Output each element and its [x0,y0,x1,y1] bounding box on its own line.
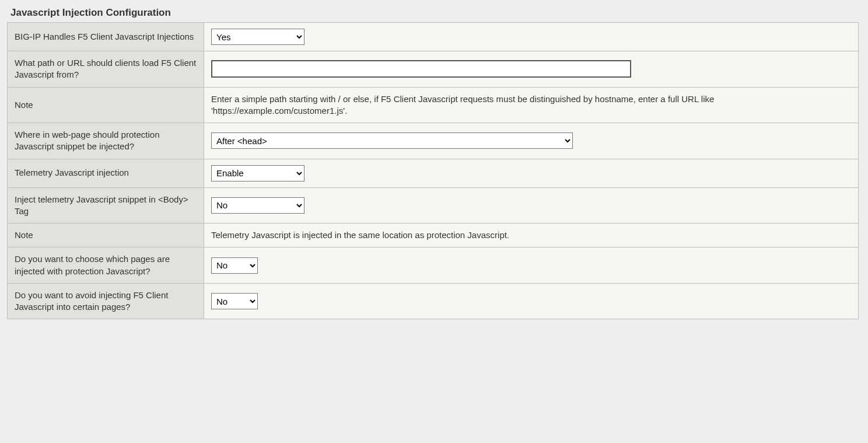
section-title: Javascript Injection Configuration [10,7,861,19]
row-telemetry-injection: Telemetry Javascript injection Enable [8,159,859,187]
label-choose-pages: Do you want to choose which pages are in… [8,247,204,284]
value-cell: Yes [204,23,859,51]
row-choose-pages: Do you want to choose which pages are in… [8,247,859,284]
row-avoid-pages: Do you want to avoid injecting F5 Client… [8,283,859,319]
label-note: Note [8,224,204,247]
select-bigip-handles[interactable]: Yes [211,29,304,45]
label-inject-location: Where in web-page should protection Java… [8,123,204,159]
row-note-telemetry: Note Telemetry Javascript is injected in… [8,224,859,247]
row-js-path: What path or URL should clients load F5 … [8,51,859,88]
value-cell: Enable [204,159,859,187]
select-avoid-pages[interactable]: No [211,293,258,309]
label-telemetry-body: Inject telemetry Javascript snippet in <… [8,187,204,224]
input-js-path[interactable] [211,60,631,78]
select-telemetry-body[interactable]: No [211,197,304,214]
label-avoid-pages: Do you want to avoid injecting F5 Client… [8,283,204,319]
config-table: BIG-IP Handles F5 Client Javascript Inje… [7,22,859,319]
label-telemetry-injection: Telemetry Javascript injection [8,159,204,187]
value-cell: No [204,283,859,319]
label-note: Note [8,87,204,123]
note-text-path: Enter a simple path starting with / or e… [204,87,859,123]
row-bigip-handles: BIG-IP Handles F5 Client Javascript Inje… [8,23,859,51]
select-inject-location[interactable]: After <head> [211,132,573,149]
row-telemetry-body: Inject telemetry Javascript snippet in <… [8,187,859,224]
row-note-path: Note Enter a simple path starting with /… [8,87,859,123]
note-text-telemetry: Telemetry Javascript is injected in the … [204,224,859,247]
value-cell: After <head> [204,123,859,159]
label-bigip-handles: BIG-IP Handles F5 Client Javascript Inje… [8,23,204,51]
label-js-path: What path or URL should clients load F5 … [8,51,204,88]
value-cell [204,51,859,88]
select-telemetry-injection[interactable]: Enable [211,165,304,182]
row-inject-location: Where in web-page should protection Java… [8,123,859,159]
value-cell: No [204,187,859,224]
value-cell: No [204,247,859,284]
select-choose-pages[interactable]: No [211,257,258,274]
